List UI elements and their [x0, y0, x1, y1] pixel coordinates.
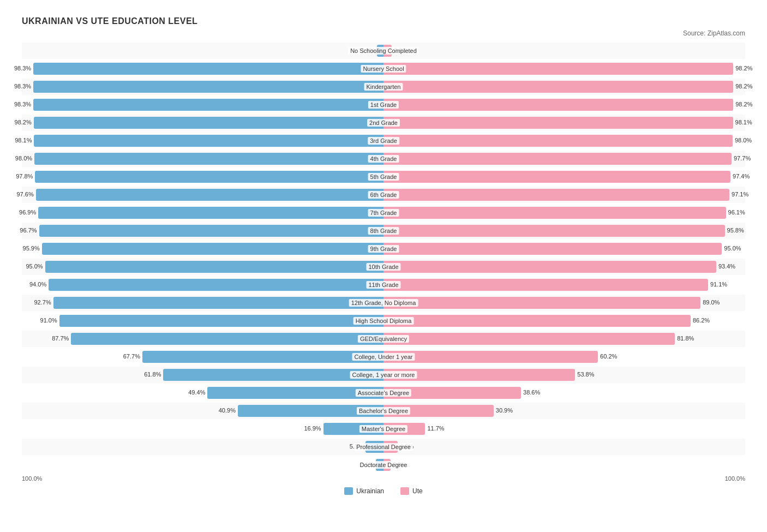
val-right: 98.2%	[735, 65, 752, 71]
val-left: 98.3%	[14, 65, 31, 71]
val-right: 30.9%	[496, 407, 513, 414]
ute-color-swatch	[400, 487, 409, 495]
bar-ute	[384, 153, 732, 165]
chart-row: Nursery School98.3%98.2%	[22, 61, 745, 77]
bar-ute	[384, 63, 733, 75]
bar-ute	[384, 243, 722, 255]
chart-area: No Schooling Completed1.8%2.3%Nursery Sc…	[22, 43, 745, 473]
legend-ute: Ute	[400, 487, 423, 495]
row-label: High School Diploma	[353, 317, 414, 325]
val-left: 91.0%	[40, 317, 57, 324]
bar-ukrainian	[71, 333, 384, 345]
val-right: 98.0%	[735, 137, 752, 144]
row-label: 2nd Grade	[367, 119, 400, 127]
val-left: 96.9%	[19, 209, 36, 216]
source-line: Source: ZipAtlas.com	[22, 29, 745, 37]
val-right: 11.7%	[427, 425, 444, 432]
bar-ukrainian	[33, 81, 384, 93]
chart-row: 2nd Grade98.2%98.1%	[22, 115, 745, 131]
chart-row: Doctorate Degree2.1%2.0%	[22, 457, 745, 473]
chart-row: 5th Grade97.8%97.4%	[22, 169, 745, 185]
val-left: 95.9%	[23, 245, 40, 252]
bar-ute	[384, 315, 691, 327]
chart-row: 3rd Grade98.1%98.0%	[22, 133, 745, 149]
chart-row: 1st Grade98.3%98.2%	[22, 97, 745, 113]
bar-ukrainian	[53, 297, 384, 309]
bar-ukrainian	[39, 225, 384, 237]
chart-row: Professional Degree5.1%4.0%	[22, 439, 745, 455]
bar-ute	[384, 135, 733, 147]
val-right: 98.2%	[735, 83, 752, 89]
val-left: 96.7%	[20, 227, 37, 234]
bar-ukrainian	[38, 207, 384, 219]
row-label: Associate's Degree	[356, 389, 411, 397]
bar-ukrainian	[59, 315, 384, 327]
bar-ute	[384, 99, 733, 111]
chart-row: 11th Grade94.0%91.1%	[22, 277, 745, 293]
val-left: 97.8%	[16, 173, 33, 180]
ukrainian-label: Ukrainian	[356, 487, 384, 495]
val-left: 98.2%	[15, 119, 32, 125]
bar-ute	[384, 351, 598, 363]
val-right: 89.0%	[703, 299, 720, 306]
row-label: 6th Grade	[368, 191, 399, 199]
val-left: 16.9%	[304, 425, 321, 432]
val-left: 98.3%	[14, 83, 31, 89]
row-label: 12th Grade, No Diploma	[349, 299, 418, 307]
row-label: 9th Grade	[368, 245, 399, 253]
chart-row: No Schooling Completed1.8%2.3%	[22, 43, 745, 59]
val-right: 91.1%	[710, 281, 727, 288]
val-left: 40.9%	[219, 407, 236, 414]
bar-ukrainian	[34, 117, 384, 129]
row-label: Master's Degree	[359, 425, 408, 433]
val-left: 98.1%	[15, 137, 32, 144]
ukrainian-color-swatch	[344, 487, 353, 495]
row-label: 10th Grade	[366, 263, 400, 271]
chart-row: Bachelor's Degree40.9%30.9%	[22, 403, 745, 419]
bar-ukrainian	[33, 63, 384, 75]
chart-row: Master's Degree16.9%11.7%	[22, 421, 745, 437]
val-right: 98.1%	[735, 119, 752, 125]
chart-row: 7th Grade96.9%96.1%	[22, 205, 745, 221]
bar-ukrainian	[45, 261, 384, 273]
chart-row: High School Diploma91.0%86.2%	[22, 313, 745, 329]
row-label: 11th Grade	[366, 281, 400, 289]
val-right: 95.8%	[727, 227, 744, 234]
legend-ukrainian: Ukrainian	[344, 487, 384, 495]
bar-ukrainian	[34, 153, 384, 165]
bar-ute	[384, 333, 675, 345]
val-right: 81.8%	[677, 335, 694, 342]
bar-ute	[384, 81, 733, 93]
chart-row: College, Under 1 year67.7%60.2%	[22, 349, 745, 365]
row-label: 7th Grade	[368, 209, 399, 217]
val-left: 94.0%	[29, 281, 46, 288]
val-right: 97.1%	[732, 191, 748, 198]
bar-ute	[384, 261, 716, 273]
legend: Ukrainian Ute	[22, 487, 745, 495]
row-label: Bachelor's Degree	[357, 407, 410, 415]
val-right: 95.0%	[724, 245, 741, 252]
chart-row: 10th Grade95.0%93.4%	[22, 259, 745, 275]
val-right: 96.1%	[728, 209, 745, 216]
chart-row: Associate's Degree49.4%38.6%	[22, 385, 745, 401]
row-label: GED/Equivalency	[358, 335, 409, 343]
val-left: 98.3%	[14, 101, 31, 107]
row-label: Nursery School	[361, 65, 406, 73]
row-label: 8th Grade	[368, 227, 399, 235]
chart-container: Ukrainian vs Ute Education Level Source:…	[11, 11, 756, 506]
val-right: 97.4%	[733, 173, 750, 180]
chart-row: 12th Grade, No Diploma92.7%89.0%	[22, 295, 745, 311]
chart-row: 8th Grade96.7%95.8%	[22, 223, 745, 239]
val-left: 98.0%	[15, 155, 32, 162]
bar-ute	[384, 297, 700, 309]
bar-ute	[384, 189, 729, 201]
bar-ukrainian	[34, 135, 384, 147]
row-label: 5th Grade	[368, 173, 399, 181]
val-left: 92.7%	[34, 299, 51, 306]
ute-label: Ute	[412, 487, 423, 495]
row-label: College, Under 1 year	[352, 353, 415, 361]
axis-left-label: 100.0%	[22, 475, 42, 482]
val-left: 97.6%	[16, 191, 33, 198]
row-label: College, 1 year or more	[350, 371, 417, 379]
bar-ukrainian	[35, 171, 384, 183]
